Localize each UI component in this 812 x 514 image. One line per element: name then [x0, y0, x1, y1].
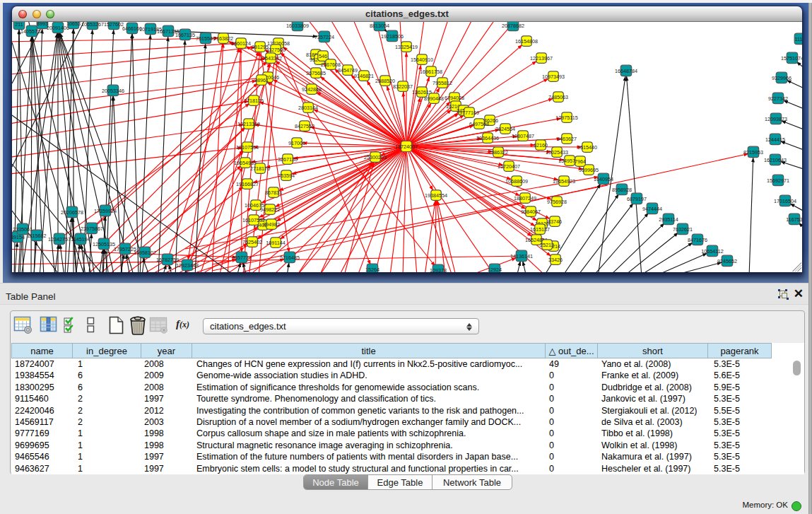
svg-text:8322037: 8322037: [393, 83, 413, 90]
svg-text:20053346: 20053346: [102, 88, 124, 94]
svg-text:19958107: 19958107: [134, 250, 156, 256]
svg-text:8427552: 8427552: [295, 123, 314, 129]
svg-text:25300203: 25300203: [364, 154, 387, 160]
svg-text:8215953: 8215953: [743, 149, 763, 156]
svg-text:9777169: 9777169: [459, 110, 479, 116]
svg-text:16107554: 16107554: [236, 144, 259, 151]
svg-text:9146821: 9146821: [354, 73, 374, 79]
svg-text:13325419: 13325419: [395, 44, 418, 50]
svg-text:6879197: 6879197: [627, 196, 647, 202]
svg-text:12213967: 12213967: [530, 55, 553, 62]
svg-text:62160: 62160: [534, 142, 548, 148]
svg-text:1615137: 1615137: [530, 226, 550, 233]
svg-text:5716485: 5716485: [280, 255, 300, 261]
svg-text:20878682: 20878682: [502, 23, 524, 29]
svg-text:12505135: 12505135: [93, 241, 115, 247]
svg-text:7485063: 7485063: [548, 94, 568, 100]
svg-text:10543342: 10543342: [259, 55, 282, 62]
svg-text:20364436: 20364436: [476, 135, 499, 141]
svg-text:23975867: 23975867: [81, 226, 103, 232]
svg-text:25213: 25213: [540, 242, 554, 248]
svg-text:15692971: 15692971: [767, 177, 789, 184]
svg-text:1691144: 1691144: [266, 240, 285, 246]
svg-text:12342757: 12342757: [48, 236, 71, 243]
svg-text:894982: 894982: [263, 221, 280, 228]
svg-text:1117: 1117: [795, 36, 802, 42]
svg-text:16033809: 16033809: [286, 23, 309, 29]
svg-text:1244415: 1244415: [765, 136, 785, 143]
svg-text:9245652: 9245652: [717, 258, 737, 264]
svg-text:1640954: 1640954: [594, 176, 613, 182]
svg-text:9756928: 9756928: [547, 199, 567, 205]
svg-text:867833: 867833: [265, 189, 282, 196]
svg-text:1667135: 1667135: [175, 32, 195, 38]
svg-text:8471676: 8471676: [688, 237, 707, 243]
svg-text:16154808: 16154808: [515, 38, 538, 45]
svg-text:2935114: 2935114: [659, 216, 678, 223]
svg-text:9227342: 9227342: [768, 95, 788, 102]
svg-text:12924: 12924: [488, 267, 502, 272]
svg-text:98961: 98961: [254, 77, 269, 83]
svg-text:2803144: 2803144: [298, 105, 318, 111]
svg-text:9699695: 9699695: [579, 167, 599, 173]
svg-text:1115682: 1115682: [28, 233, 47, 239]
svg-text:9463627: 9463627: [557, 136, 577, 142]
svg-text:15720407: 15720407: [498, 163, 520, 170]
svg-text:546: 546: [319, 53, 327, 59]
svg-text:15751074: 15751074: [781, 55, 802, 62]
svg-text:17016504: 17016504: [774, 198, 796, 204]
svg-text:20206578: 20206578: [61, 209, 83, 216]
svg-text:12213369: 12213369: [237, 121, 260, 127]
svg-text:15264: 15264: [365, 267, 379, 272]
svg-text:1145194: 1145194: [71, 236, 90, 243]
svg-text:10653267: 10653267: [81, 22, 104, 28]
svg-text:10653: 10653: [66, 22, 81, 27]
svg-text:33426: 33426: [548, 257, 563, 263]
svg-text:9474444: 9474444: [642, 206, 662, 212]
svg-text:15640910: 15640910: [411, 57, 433, 63]
svg-text:8660124: 8660124: [231, 40, 251, 47]
svg-text:753594: 753594: [278, 173, 295, 179]
svg-text:9242848: 9242848: [302, 86, 322, 93]
svg-text:8958928: 8958928: [612, 187, 632, 193]
svg-text:18724007: 18724007: [395, 144, 418, 150]
svg-text:12093873: 12093873: [765, 116, 787, 122]
svg-text:18807249: 18807249: [514, 195, 536, 201]
svg-text:16210643: 16210643: [764, 157, 787, 163]
svg-text:83746: 83746: [548, 218, 562, 225]
svg-text:2588520: 2588520: [375, 78, 395, 84]
svg-text:10807487: 10807487: [512, 133, 534, 139]
svg-text:19384554: 19384554: [425, 192, 447, 199]
svg-text:211: 211: [15, 22, 23, 28]
svg-text:19166827: 19166827: [236, 181, 259, 187]
svg-text:9327500: 9327500: [266, 47, 286, 53]
svg-text:8990448: 8990448: [424, 95, 444, 102]
svg-text:7515540: 7515540: [196, 35, 216, 42]
svg-text:14136141: 14136141: [510, 253, 533, 259]
svg-text:19218506: 19218506: [381, 33, 404, 40]
svg-text:9084067: 9084067: [521, 209, 541, 215]
svg-text:7986322: 7986322: [488, 149, 508, 156]
svg-text:9515440: 9515440: [577, 144, 597, 151]
svg-text:12975115: 12975115: [555, 115, 577, 121]
svg-text:7625402: 7625402: [242, 239, 262, 245]
svg-text:6497568: 6497568: [469, 121, 489, 127]
svg-text:16648784: 16648784: [615, 68, 637, 74]
svg-text:7163822: 7163822: [213, 35, 233, 42]
svg-text:16961758: 16961758: [420, 69, 442, 75]
svg-text:19654923: 19654923: [553, 178, 575, 185]
svg-text:109378: 109378: [430, 267, 447, 272]
svg-text:9498222: 9498222: [260, 206, 280, 213]
svg-text:3675685: 3675685: [306, 70, 326, 76]
svg-text:10654112: 10654112: [701, 248, 723, 255]
svg-text:917006: 917006: [288, 140, 305, 146]
svg-text:7955812: 7955812: [433, 80, 452, 86]
svg-text:9329966: 9329966: [772, 75, 792, 81]
svg-text:17359924: 17359924: [94, 208, 117, 214]
svg-text:16107552: 16107552: [242, 217, 265, 223]
svg-text:7964: 7964: [575, 158, 586, 165]
svg-text:12923448: 12923448: [176, 262, 199, 269]
svg-text:9657771: 9657771: [232, 255, 252, 261]
svg-text:7632621: 7632621: [673, 226, 693, 233]
svg-text:10973493: 10973493: [542, 74, 565, 80]
